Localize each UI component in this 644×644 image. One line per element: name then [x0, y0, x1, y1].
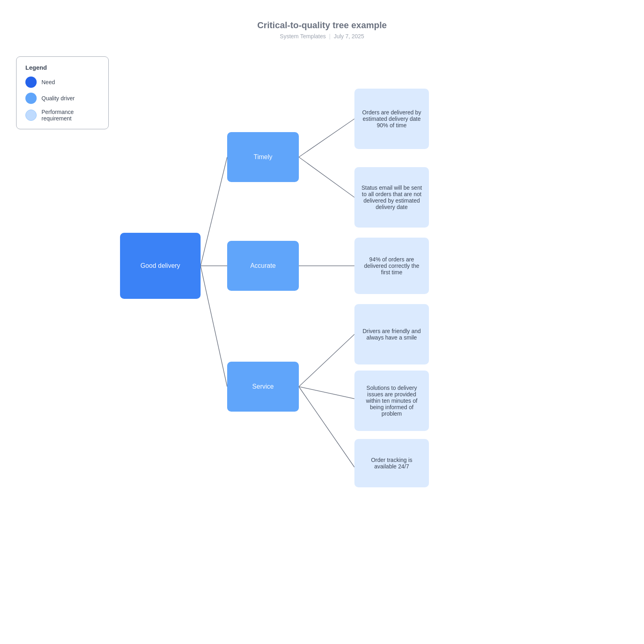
subtitle-sep: |	[329, 33, 331, 39]
page-subtitle: System Templates | July 7, 2025	[0, 33, 644, 39]
node-pr5: Solutions to delivery issues are provide…	[354, 371, 429, 431]
svg-line-7	[299, 387, 354, 399]
node-accurate: Accurate	[227, 241, 299, 291]
node-timely-label: Timely	[254, 153, 273, 161]
node-pr5-label: Solutions to delivery issues are provide…	[360, 385, 423, 417]
node-pr2-label: Status email will be sent to all orders …	[360, 184, 423, 210]
node-accurate-label: Accurate	[250, 262, 275, 269]
svg-line-3	[299, 119, 354, 157]
node-pr3-label: 94% of orders are delivered correctly th…	[360, 256, 423, 275]
node-pr1: Orders are delivered by estimated delive…	[354, 89, 429, 149]
node-pr1-label: Orders are delivered by estimated delive…	[360, 109, 423, 128]
node-pr6: Order tracking is available 24/7	[354, 439, 429, 487]
node-pr6-label: Order tracking is available 24/7	[360, 457, 423, 470]
connector-lines	[0, 48, 644, 636]
svg-line-2	[201, 266, 227, 387]
node-pr4-label: Drivers are friendly and always have a s…	[360, 328, 423, 341]
node-good-delivery: Good delivery	[120, 233, 201, 299]
node-pr4: Drivers are friendly and always have a s…	[354, 304, 429, 364]
svg-line-6	[299, 334, 354, 387]
node-service-label: Service	[252, 383, 273, 390]
svg-line-4	[299, 157, 354, 197]
svg-line-0	[201, 157, 227, 266]
node-timely: Timely	[227, 132, 299, 182]
node-service: Service	[227, 362, 299, 412]
subtitle-date: July 7, 2025	[334, 33, 364, 39]
page-title: Critical-to-quality tree example	[0, 0, 644, 31]
subtitle-source: System Templates	[280, 33, 326, 39]
node-good-delivery-label: Good delivery	[141, 262, 180, 269]
node-pr2: Status email will be sent to all orders …	[354, 167, 429, 228]
node-pr3: 94% of orders are delivered correctly th…	[354, 238, 429, 294]
svg-line-8	[299, 387, 354, 467]
diagram: Good delivery Timely Accurate Service Or…	[0, 48, 644, 636]
